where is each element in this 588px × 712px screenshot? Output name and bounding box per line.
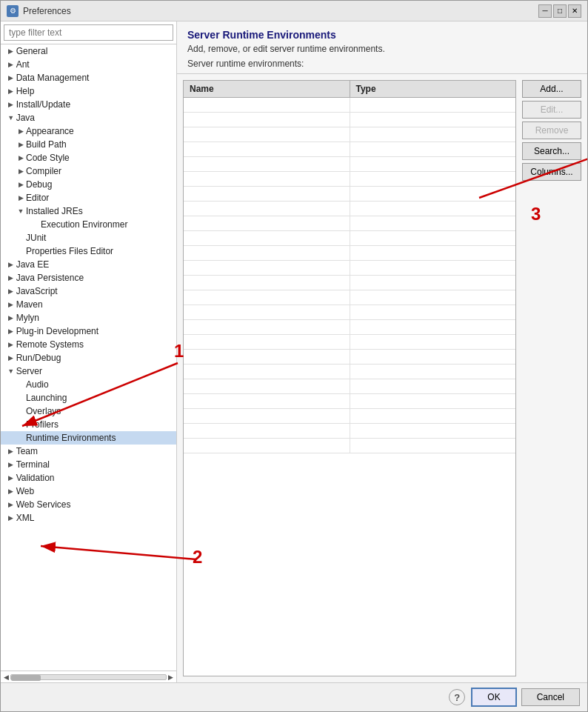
table-cell-type bbox=[350, 261, 516, 275]
tree-item-profilers[interactable]: Profilers bbox=[1, 418, 176, 431]
table-row bbox=[184, 157, 515, 172]
table-cell-name bbox=[184, 113, 350, 127]
scroll-right-arrow[interactable]: ▶ bbox=[167, 673, 175, 681]
search-button[interactable]: Search... bbox=[522, 142, 581, 160]
tree-item-label: Appearance bbox=[26, 126, 74, 136]
tree-arrow: ▶ bbox=[6, 47, 16, 55]
remove-button[interactable]: Remove bbox=[522, 122, 581, 139]
table-cell-type bbox=[350, 127, 516, 142]
tree-item-validation[interactable]: ▶Validation bbox=[1, 471, 176, 485]
scroll-left-arrow[interactable]: ◀ bbox=[2, 673, 10, 681]
tree-item-junit[interactable]: JUnit bbox=[1, 231, 176, 244]
tree-item-compiler[interactable]: ▶Compiler bbox=[1, 164, 176, 178]
table-row bbox=[184, 394, 515, 409]
table-cell-name bbox=[184, 98, 350, 112]
table-cell-name bbox=[184, 350, 350, 364]
tree-item-appearance[interactable]: ▶Appearance bbox=[1, 124, 176, 138]
tree-item-label: Debug bbox=[26, 179, 52, 190]
table-header-type: Type bbox=[350, 81, 516, 97]
tree-item-team[interactable]: ▶Team bbox=[1, 445, 176, 458]
tree-arrow bbox=[16, 247, 26, 255]
tree-item-label: Compiler bbox=[26, 166, 61, 176]
tree-item-label: Runtime Environments bbox=[26, 433, 116, 443]
table-cell-type bbox=[350, 379, 516, 393]
tree-item-debug[interactable]: ▶Debug bbox=[1, 178, 176, 191]
tree-item-label: Code Style bbox=[26, 153, 70, 163]
table-cell-type bbox=[350, 202, 516, 216]
tree-arrow bbox=[16, 234, 26, 242]
table-cell-type bbox=[350, 172, 516, 186]
edit-button[interactable]: Edit... bbox=[522, 101, 581, 119]
tree-item-maven[interactable]: ▶Maven bbox=[1, 298, 176, 311]
table-cell-name bbox=[184, 157, 350, 171]
tree-item-java-ee[interactable]: ▶Java EE bbox=[1, 258, 176, 271]
help-button[interactable]: ? bbox=[449, 689, 465, 705]
tree-item-execution-environment[interactable]: Execution Environmer bbox=[1, 218, 176, 231]
minimize-button[interactable]: ─ bbox=[538, 4, 552, 18]
tree-item-xml[interactable]: ▶XML bbox=[1, 511, 176, 525]
tree-arrow: ▶ bbox=[16, 141, 26, 148]
table-cell-name bbox=[184, 127, 350, 142]
right-header: Server Runtime Environments Add, remove,… bbox=[177, 21, 587, 74]
tree-item-run-debug[interactable]: ▶Run/Debug bbox=[1, 351, 176, 365]
tree-item-data-management[interactable]: ▶Data Management bbox=[1, 71, 176, 84]
tree-item-overlays[interactable]: Overlays bbox=[1, 405, 176, 418]
table-row bbox=[184, 439, 515, 453]
tree-item-ant[interactable]: ▶Ant bbox=[1, 58, 176, 71]
table-row bbox=[184, 172, 515, 187]
tree-item-java-persistence[interactable]: ▶Java Persistence bbox=[1, 271, 176, 285]
tree-item-build-path[interactable]: ▶Build Path bbox=[1, 138, 176, 151]
tree-item-label: Overlays bbox=[26, 406, 61, 416]
tree-item-help[interactable]: ▶Help bbox=[1, 84, 176, 98]
ok-button[interactable]: OK bbox=[471, 688, 516, 707]
table-row bbox=[184, 113, 515, 127]
table-row bbox=[184, 365, 515, 379]
tree-item-server[interactable]: ▼Server bbox=[1, 365, 176, 378]
tree-arrow: ▶ bbox=[6, 354, 16, 362]
tree-item-launching[interactable]: Launching bbox=[1, 391, 176, 405]
filter-input[interactable] bbox=[4, 24, 173, 41]
maximize-button[interactable]: □ bbox=[553, 4, 567, 18]
tree-item-code-style[interactable]: ▶Code Style bbox=[1, 151, 176, 164]
tree-item-label: Team bbox=[16, 446, 38, 456]
tree-item-web-services[interactable]: ▶Web Services bbox=[1, 498, 176, 511]
tree-arrow: ▶ bbox=[6, 448, 16, 455]
tree-item-label: Terminal bbox=[16, 459, 50, 470]
tree-item-mylyn[interactable]: ▶Mylyn bbox=[1, 311, 176, 325]
tree-arrow bbox=[16, 421, 26, 428]
tree-item-install-update[interactable]: ▶Install/Update bbox=[1, 98, 176, 111]
tree-arrow: ▶ bbox=[6, 501, 16, 508]
tree-item-installed-jres[interactable]: ▼Installed JREs bbox=[1, 204, 176, 218]
tree-item-plug-in-development[interactable]: ▶Plug-in Development bbox=[1, 325, 176, 338]
bottom-right: OK Cancel bbox=[471, 688, 580, 707]
tree-arrow: ▶ bbox=[16, 194, 26, 202]
tree-item-label: Data Management bbox=[16, 73, 90, 83]
table-row bbox=[184, 409, 515, 424]
tree-item-terminal[interactable]: ▶Terminal bbox=[1, 458, 176, 471]
tree-arrow: ▼ bbox=[16, 207, 26, 215]
tree-item-general[interactable]: ▶General bbox=[1, 44, 176, 58]
tree-item-remote-systems[interactable]: ▶Remote Systems bbox=[1, 338, 176, 351]
tree-item-editor[interactable]: ▶Editor bbox=[1, 191, 176, 204]
tree-item-properties-files-editor[interactable]: Properties Files Editor bbox=[1, 244, 176, 258]
right-panel-wrap: Server Runtime Environments Add, remove,… bbox=[177, 21, 587, 682]
side-buttons: Add... Edit... Remove Search... Columns.… bbox=[522, 80, 581, 676]
tree-arrow: ▶ bbox=[16, 154, 26, 162]
table-cell-name bbox=[184, 365, 350, 379]
table-cell-type bbox=[350, 305, 516, 319]
close-button[interactable]: ✕ bbox=[568, 4, 581, 18]
cancel-button[interactable]: Cancel bbox=[521, 688, 580, 706]
tree-item-java[interactable]: ▼Java bbox=[1, 111, 176, 124]
tree-arrow: ▶ bbox=[6, 87, 16, 95]
add-button[interactable]: Add... bbox=[522, 80, 581, 98]
table-cell-name bbox=[184, 276, 350, 290]
scroll-thumb[interactable] bbox=[11, 675, 41, 681]
tree-item-javascript[interactable]: ▶JavaScript bbox=[1, 285, 176, 298]
tree-item-audio[interactable]: Audio bbox=[1, 378, 176, 391]
tree-item-runtime-environments[interactable]: Runtime Environments bbox=[1, 431, 176, 445]
tree-arrow: ▶ bbox=[6, 327, 16, 335]
table-cell-name bbox=[184, 439, 350, 453]
table-cell-type bbox=[350, 276, 516, 290]
tree-item-web[interactable]: ▶Web bbox=[1, 485, 176, 498]
columns-button[interactable]: Columns... bbox=[522, 163, 581, 181]
